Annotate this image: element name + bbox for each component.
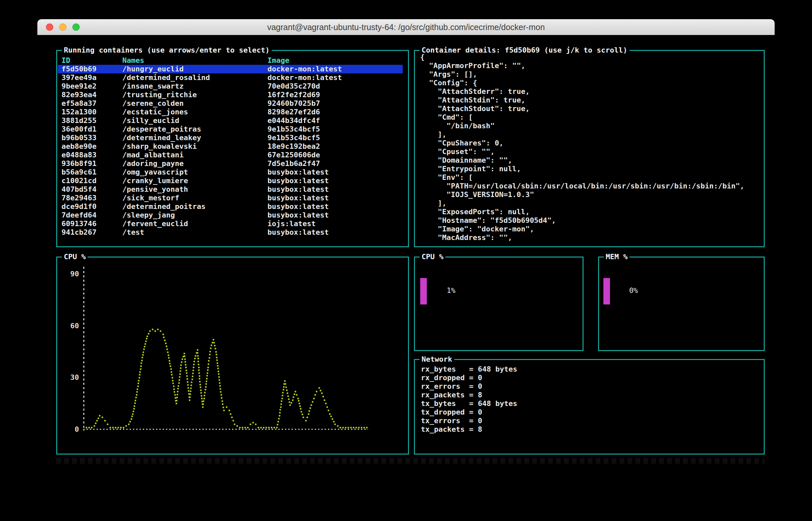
container-row[interactable]: b96b0533/determined_leakey9e1b53c4bcf5 (58, 134, 403, 142)
container-image: 9e1b53c4bcf5 (268, 125, 320, 134)
chart-dot (202, 406, 204, 408)
container-row[interactable]: 36e00fd1/desperate_poitras9e1b53c4bcf5 (58, 125, 403, 134)
chart-dot (140, 368, 141, 370)
chart-dot (288, 398, 290, 400)
chart-dot (164, 340, 166, 341)
chart-dot (136, 394, 138, 396)
container-row[interactable]: b56a9c61/omg_yavascriptbusybox:latest (58, 168, 403, 177)
running-containers-panel: Running containers (use arrows/enter to … (56, 50, 409, 247)
chart-dot (173, 385, 175, 387)
chart-dot (293, 397, 294, 398)
chart-dot (309, 410, 310, 412)
chart-dot (217, 365, 219, 367)
chart-dot (167, 355, 169, 356)
container-names: /determined_poitras (122, 202, 206, 211)
chart-dot (273, 427, 275, 428)
container-row[interactable]: 3881d255/silly_euclide044b34dfc4f (58, 116, 403, 125)
chart-dot (316, 391, 317, 392)
container-id: b96b0533 (62, 134, 96, 142)
container-names: /fervent_euclid (122, 220, 188, 228)
container-row[interactable]: 78e29463/sick_mestorfbusybox:latest (58, 194, 403, 202)
chart-dot (115, 427, 116, 428)
chart-dot (137, 385, 139, 387)
container-image: busybox:latest (268, 211, 329, 220)
chart-dot (193, 369, 194, 371)
chart-dot (277, 424, 278, 426)
container-names: /determined_rosalind (122, 73, 210, 82)
chart-dot (282, 392, 284, 393)
chart-dot (195, 355, 196, 357)
chart-dot (205, 389, 206, 390)
chart-dot (131, 418, 132, 420)
chart-dot (184, 355, 185, 357)
chart-dot (199, 378, 200, 380)
network-title: Network (420, 355, 454, 364)
container-row[interactable]: aeb8e90e/sharp_kowalevski18e9c192bea2 (58, 142, 403, 151)
chart-dot (221, 394, 222, 396)
chart-dot (171, 374, 173, 376)
chart-dot (318, 387, 320, 389)
chart-dot (166, 348, 168, 350)
cpu-gauge-value: 1% (447, 286, 456, 295)
chart-dot (206, 375, 208, 377)
network-panel: Network rx_bytes = 648 bytesrx_dropped =… (414, 359, 765, 455)
chart-dot (242, 427, 243, 428)
chart-dot (179, 379, 180, 381)
chart-dot (163, 337, 165, 338)
chart-dot (180, 367, 181, 369)
chart-dot (278, 418, 280, 420)
container-row[interactable]: ef5a8a37/serene_colden92460b7025b7 (58, 99, 403, 108)
container-row[interactable]: 82e93ea4/trusting_ritchie16f2fe2f2d69 (58, 91, 403, 99)
container-row[interactable]: 397ee49a/determined_rosalinddocker-mon:l… (58, 73, 403, 82)
chart-dot (236, 425, 238, 427)
chart-dot (129, 421, 131, 423)
container-row[interactable]: 60913746/fervent_euclidiojs:latest (58, 220, 403, 228)
container-row[interactable]: 941cb267/testbusybox:latest (58, 228, 403, 237)
container-row[interactable]: 407bd5f4/pensive_yonathbusybox:latest (58, 185, 403, 194)
cpu-gauge-bar (420, 278, 427, 304)
chart-dot (181, 358, 183, 360)
chart-dot (239, 427, 241, 428)
mem-gauge-title: MEM % (604, 252, 630, 262)
chart-dot (226, 406, 227, 408)
chart-dot (366, 427, 368, 428)
chart-dot (149, 330, 151, 332)
container-names: /ecstatic_jones (122, 108, 188, 116)
chart-dot (198, 364, 199, 365)
container-row[interactable]: 9bee91e2/insane_swartz70e0d35c270d (58, 82, 403, 91)
mem-gauge-bar (603, 278, 610, 304)
cpu-history-chart-panel: CPU % 90 60 30 0 (56, 256, 409, 455)
chart-dot (298, 400, 299, 402)
chart-dot (204, 392, 206, 393)
chart-dot (214, 345, 216, 346)
chart-dot (193, 364, 195, 365)
chart-dot (152, 329, 153, 330)
chart-dot (271, 427, 272, 428)
column-header-id: ID (62, 56, 70, 65)
chart-dot (134, 405, 135, 407)
container-details-panel: Container details: f5d50b69 (use j/k to … (414, 50, 765, 247)
chart-dot (102, 416, 103, 418)
container-image: docker-mon:latest (268, 65, 342, 73)
chart-dot (141, 357, 143, 358)
chart-dot (287, 392, 288, 394)
titlebar[interactable]: vagrant@vagrant-ubuntu-trusty-64: /go/sr… (37, 19, 775, 35)
container-row[interactable]: c10021cd/cranky_lumierebusybox:latest (58, 177, 403, 185)
chart-dot (178, 382, 180, 384)
container-row[interactable]: 936b8f91/adoring_payne7d5e1b6a2f47 (58, 159, 403, 168)
chart-dot (176, 397, 178, 398)
running-containers-title: Running containers (use arrows/enter to … (62, 46, 272, 55)
chart-dot (210, 344, 212, 346)
container-details-json[interactable]: { "AppArmorProfile": "", "Args": [], "Co… (420, 53, 744, 242)
chart-dot (210, 347, 211, 349)
chart-dot (207, 369, 209, 371)
container-id: 941cb267 (62, 228, 96, 237)
container-row[interactable]: 7deefd64/sleepy_jangbusybox:latest (58, 211, 403, 220)
chart-dot (198, 367, 200, 368)
container-row[interactable]: 152a1300/ecstatic_jones8298e27ef2d6 (58, 108, 403, 116)
container-row[interactable]: e0488a83/mad_albattani67e1250606de (58, 151, 403, 159)
container-row[interactable]: dce9d1f0/determined_poitrasbusybox:lates… (58, 202, 403, 211)
chart-dot (221, 397, 223, 399)
container-row-selected[interactable]: f5d50b69/hungry_eucliddocker-mon:latest (58, 65, 403, 73)
container-id: 407bd5f4 (62, 185, 96, 194)
